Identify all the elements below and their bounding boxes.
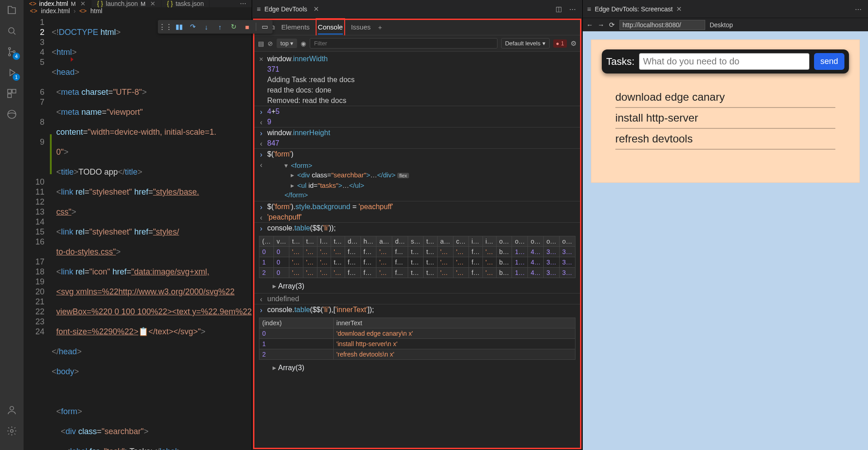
- more-icon[interactable]: ⋯: [853, 5, 863, 13]
- source-control-icon[interactable]: 4: [5, 45, 18, 58]
- list-item[interactable]: refresh devtools: [615, 129, 835, 150]
- close-icon[interactable]: ✕: [80, 0, 86, 7]
- task-input[interactable]: [639, 53, 809, 70]
- editor-tabs: <> index.html M ✕ { } launch.json M ✕ { …: [24, 0, 252, 7]
- svg-point-7: [8, 110, 16, 118]
- array-summary[interactable]: ▸Array(3): [254, 362, 580, 375]
- tab-index-html[interactable]: <> index.html M ✕: [24, 0, 92, 7]
- forward-icon[interactable]: →: [598, 21, 605, 29]
- task-list: download edge canary install http-server…: [602, 87, 849, 150]
- filter-input[interactable]: [310, 38, 497, 49]
- split-icon[interactable]: ◫: [554, 5, 564, 13]
- screencast-nav: ← → ⟳ Desktop: [583, 18, 868, 31]
- editor-panel: <> index.html M ✕ { } launch.json M ✕ { …: [24, 0, 252, 450]
- console-value: 847: [267, 139, 279, 147]
- edge-icon[interactable]: [5, 108, 18, 121]
- chevron-right-icon: ›: [260, 224, 262, 233]
- close-icon[interactable]: ✕: [150, 0, 156, 7]
- console-log: Adding Task :read the docs: [254, 74, 580, 85]
- account-icon[interactable]: [5, 404, 18, 416]
- devtools-panel: ≡ Edge DevTools ✕ ◫ ⋯ ▭ ⧉ Elements Conso…: [252, 0, 582, 450]
- explorer-icon[interactable]: [5, 4, 18, 16]
- reload-icon[interactable]: ⟳: [609, 21, 615, 29]
- console-table-1: (…v…t…t…l…t…d…h…a…d…s…t…a…c…i…i…o…o…o…o……: [259, 236, 575, 278]
- back-icon[interactable]: ←: [586, 21, 593, 29]
- error-count[interactable]: ● 1: [553, 39, 567, 48]
- tab-label: index.html: [39, 0, 68, 7]
- dom-tree[interactable]: ▾<form> ▸<div class="searchbar">…</div>f…: [267, 160, 576, 201]
- code-editor[interactable]: 12345 67 8 9 10111213141516 171819202122…: [24, 15, 252, 450]
- extensions-icon[interactable]: [5, 87, 18, 100]
- add-tab-icon[interactable]: ＋: [377, 24, 383, 32]
- list-icon: ≡: [257, 5, 261, 13]
- devtools-toolbar: ▭ ⧉ Elements Console Issues ＋: [254, 20, 580, 35]
- breadcrumb-file[interactable]: index.html: [41, 7, 70, 15]
- tab-console[interactable]: Console: [318, 20, 343, 34]
- breadcrumb[interactable]: <> index.html › <> html: [24, 7, 252, 15]
- console-value: 9: [267, 118, 271, 126]
- svg-rect-4: [8, 89, 11, 93]
- activity-bar: 4 1: [0, 0, 24, 450]
- flex-badge[interactable]: flex: [397, 173, 409, 178]
- tab-overflow[interactable]: ⋯: [210, 0, 252, 7]
- table-row: 0'download edge canary\n x': [259, 328, 575, 339]
- devtools-title: Edge DevTools: [264, 5, 307, 13]
- send-button[interactable]: [814, 53, 844, 70]
- chevron-left-icon: ‹: [260, 160, 262, 170]
- chevron-down-icon: ▾: [290, 40, 293, 47]
- close-icon[interactable]: ✕: [313, 5, 319, 13]
- url-input[interactable]: [619, 20, 705, 30]
- close-icon[interactable]: ×: [259, 54, 263, 64]
- list-item[interactable]: install http-server: [615, 108, 835, 129]
- tab-issues[interactable]: Issues: [351, 20, 371, 34]
- svg-point-2: [9, 54, 10, 56]
- chevron-left-icon: ‹: [260, 213, 262, 222]
- tab-launch-json[interactable]: { } launch.json M ✕: [92, 0, 161, 7]
- list-item[interactable]: download edge canary: [615, 87, 835, 108]
- chevron-down-icon: ▾: [542, 40, 546, 47]
- tab-modified: M: [71, 0, 76, 7]
- more-icon[interactable]: ⋯: [567, 5, 578, 13]
- chevron-right-icon: ›: [260, 202, 262, 212]
- chevron-right-icon: ›: [260, 128, 262, 138]
- chevron-right-icon: ›: [260, 305, 262, 315]
- tab-modified: M: [141, 0, 146, 7]
- screencast-viewport[interactable]: Tasks: download edge canary install http…: [583, 31, 868, 450]
- array-summary[interactable]: ▸Array(3): [254, 281, 580, 293]
- more-icon[interactable]: ⋯: [240, 0, 246, 7]
- sidebar-toggle-icon[interactable]: ▤: [258, 40, 264, 47]
- console-log: read the docs: done: [254, 85, 580, 95]
- devtools-nav: Elements Console Issues: [281, 20, 371, 34]
- live-expression-icon[interactable]: ◉: [301, 40, 306, 47]
- console-value: 371: [267, 65, 279, 73]
- tab-elements[interactable]: Elements: [281, 20, 310, 34]
- svg-rect-6: [8, 94, 11, 98]
- gear-icon[interactable]: ⚙: [571, 39, 576, 48]
- console-output[interactable]: ×window.innerWidth 371 Adding Task :read…: [254, 52, 580, 448]
- chevron-left-icon: ‹: [260, 139, 262, 148]
- clear-console-icon[interactable]: ⊘: [268, 40, 273, 47]
- chevron-right-icon: ›: [260, 150, 262, 159]
- screencast-tab-header: ≡ Edge DevTools: Screencast ✕ ⋯: [583, 0, 868, 18]
- table-row: 2'refresh devtools\n x': [259, 349, 575, 360]
- svg-rect-5: [12, 89, 16, 93]
- console-table-2: (index)innerText 0'download edge canary\…: [259, 318, 575, 360]
- chevron-right-icon: ›: [260, 107, 262, 117]
- chevron-right-icon: ›: [73, 7, 76, 15]
- close-icon[interactable]: ✕: [676, 5, 682, 13]
- context-selector[interactable]: top ▾: [277, 39, 297, 48]
- search-icon[interactable]: [5, 24, 18, 37]
- tab-tasks-json[interactable]: { } tasks.json: [161, 0, 210, 7]
- log-levels[interactable]: Default levels ▾: [501, 38, 550, 49]
- list-icon: ≡: [587, 5, 591, 13]
- code-content[interactable]: <!DOCTYPE html> <html> <head> <meta char…: [52, 15, 252, 450]
- breadcrumb-elem[interactable]: html: [90, 7, 102, 15]
- line-numbers: 12345 67 8 9 10111213141516 171819202122…: [24, 15, 50, 450]
- settings-icon[interactable]: [5, 425, 18, 437]
- inspect-icon[interactable]: ▭: [260, 22, 270, 32]
- json-file-icon: { }: [167, 0, 173, 7]
- device-mode[interactable]: Desktop: [710, 21, 733, 29]
- debug-icon[interactable]: 1: [5, 66, 18, 79]
- html-element-icon: <>: [79, 7, 87, 15]
- svg-point-8: [10, 406, 14, 410]
